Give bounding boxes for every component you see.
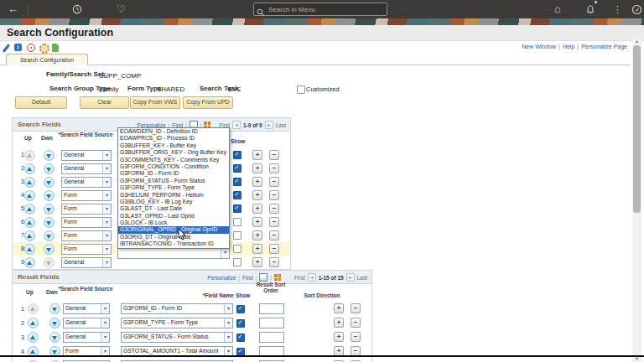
result-sort-order-input[interactable] [259, 303, 284, 314]
dropdown-option[interactable]: G3FORM_ID - Form ID [118, 170, 229, 177]
move-up-icon[interactable] [24, 190, 35, 201]
show-checkbox[interactable] [233, 258, 242, 266]
dropdown-option[interactable]: G3ORIG_DT - Original Date [118, 234, 229, 240]
search-field-source-select[interactable]: General▾ [63, 303, 110, 314]
show-checkbox[interactable] [236, 305, 245, 313]
move-down-icon[interactable] [44, 230, 55, 241]
kebab-menu-icon[interactable]: ⋮ [613, 3, 622, 16]
vertical-scrollbar[interactable]: ▴ ▾ [632, 37, 641, 362]
delete-row-button[interactable]: − [269, 177, 279, 187]
previous-page-icon[interactable]: ◂ [308, 273, 316, 282]
move-down-icon[interactable] [44, 177, 55, 188]
find-link[interactable]: Find [242, 275, 253, 281]
customized-checkbox[interactable] [297, 85, 305, 94]
download-grid-icon[interactable] [274, 274, 281, 281]
next-page-icon[interactable]: ▸ [346, 273, 355, 282]
dropdown-option[interactable]: G3FORM_TYPE - Form Type [118, 184, 229, 191]
pagination-last[interactable]: Last [357, 275, 367, 281]
show-checkbox[interactable] [236, 334, 245, 342]
move-down-icon[interactable] [44, 150, 55, 161]
add-row-button[interactable]: + [252, 190, 262, 200]
field-name-select[interactable]: G3FORM_TYPE - Form Type▾ [121, 318, 233, 328]
notifications-bell-icon[interactable] [585, 3, 595, 16]
previous-page-icon[interactable]: ◂ [232, 121, 241, 129]
show-checkbox[interactable] [233, 178, 242, 186]
delete-row-button[interactable]: − [351, 303, 361, 313]
dropdown-option[interactable]: G3BUFFER_ORIG_KEY - Orig Buffer Key [118, 149, 229, 156]
pagination-last[interactable]: Last [276, 122, 286, 128]
move-down-icon[interactable] [49, 303, 60, 314]
delete-row-button[interactable]: − [269, 190, 279, 200]
delete-row-button[interactable]: − [269, 204, 279, 214]
add-row-button[interactable]: + [252, 217, 262, 227]
search-field-source-select[interactable]: Form▾ [61, 217, 112, 228]
delete-row-button[interactable]: − [269, 244, 279, 254]
add-row-button[interactable]: + [252, 204, 262, 214]
add-row-button[interactable]: + [334, 332, 344, 342]
add-row-button[interactable]: + [334, 303, 344, 313]
delete-row-button[interactable]: − [269, 230, 279, 240]
back-icon[interactable]: ← [8, 3, 18, 16]
add-row-button[interactable]: + [252, 230, 262, 240]
document-icon[interactable] [52, 44, 59, 52]
dropdown-option[interactable]: G3FORM_CONDITION - Condition [118, 163, 229, 170]
search-field-source-select[interactable]: Form▾ [61, 244, 112, 255]
search-field-source-select[interactable]: General▾ [61, 177, 112, 188]
show-checkbox[interactable] [236, 319, 245, 328]
dropdown-option[interactable]: G3LOCK - IB Lock [118, 220, 229, 226]
dropdown-option[interactable]: G3HELIUM_PERFORM - Helium [118, 192, 229, 199]
show-checkbox[interactable] [233, 191, 242, 199]
dropdown-option[interactable]: G3IBLOG_KEY - IB Log Key [118, 199, 229, 205]
add-row-button[interactable]: + [252, 163, 262, 173]
pencil-icon[interactable] [3, 44, 10, 53]
search-field-source-select[interactable]: General▾ [61, 163, 112, 174]
help-link[interactable]: Help [563, 44, 574, 49]
search-field-source-select[interactable]: General▾ [63, 332, 110, 343]
personalize-link[interactable]: Personalize [207, 275, 236, 281]
show-checkbox[interactable] [233, 218, 242, 226]
delete-row-button[interactable]: − [269, 257, 279, 267]
personalize-page-link[interactable]: Personalize Page [581, 44, 627, 49]
show-checkbox[interactable] [233, 245, 242, 253]
move-up-icon[interactable] [24, 177, 35, 188]
delete-row-button[interactable]: − [269, 150, 279, 160]
field-name-select[interactable]: G3FORM_ID - Form ID▾ [121, 303, 233, 314]
dropdown-option[interactable]: G3FORM_STATUS - Form Status [118, 178, 229, 184]
pagination-first[interactable]: First [294, 275, 305, 281]
show-checkbox[interactable] [233, 164, 242, 173]
dropdown-option[interactable]: EOAWDEFN_ID - Definition ID [118, 128, 229, 135]
dropdown-option-selected[interactable]: G3ORIGINAL_OPRID - Original OprID [118, 226, 229, 233]
delete-row-button[interactable]: − [351, 332, 361, 342]
move-down-icon[interactable] [49, 332, 60, 343]
move-up-icon[interactable] [24, 163, 35, 174]
move-down-icon[interactable] [44, 244, 55, 255]
move-up-icon[interactable] [24, 257, 35, 268]
copy-from-upd-button[interactable]: Copy From UPD [183, 96, 233, 109]
tab-search-configuration[interactable]: Search Configuration [6, 54, 88, 65]
clear-button[interactable]: Clear [80, 96, 129, 109]
show-checkbox[interactable] [233, 151, 242, 159]
recent-places-clock-icon[interactable] [72, 3, 82, 16]
dropdown-option[interactable]: G3COMMENTS_KEY - Comments Key [118, 157, 229, 163]
add-row-button[interactable]: + [334, 318, 344, 328]
delete-row-button[interactable]: − [351, 318, 361, 328]
alarm-clock-icon[interactable] [27, 44, 35, 52]
move-up-icon[interactable] [24, 244, 35, 255]
favorites-heart-icon[interactable]: ♡ [117, 3, 126, 16]
search-field-source-select[interactable]: General▾ [61, 257, 112, 268]
move-up-icon[interactable] [24, 217, 35, 228]
next-page-icon[interactable]: ▸ [265, 121, 273, 129]
move-up-icon[interactable] [24, 204, 35, 215]
dropdown-option[interactable]: EOAWPRCS_ID - Process ID [118, 135, 229, 142]
search-field-source-select[interactable]: Form▾ [61, 230, 112, 241]
dropdown-option[interactable]: G3LAST_OPRID - Last Oprid [118, 213, 229, 220]
delete-row-button[interactable]: − [269, 217, 279, 227]
search-field-source-select[interactable]: General▾ [63, 318, 110, 328]
field-name-select[interactable]: G3FORM_STATUS - Form Status▾ [121, 332, 233, 343]
search-field-source-select[interactable]: Form▾ [61, 190, 112, 201]
navbar-compass-icon[interactable] [631, 3, 642, 16]
result-sort-order-input[interactable] [259, 332, 284, 343]
move-down-icon[interactable] [44, 190, 55, 201]
add-row-button[interactable]: + [252, 177, 262, 187]
move-down-icon[interactable] [44, 163, 55, 174]
